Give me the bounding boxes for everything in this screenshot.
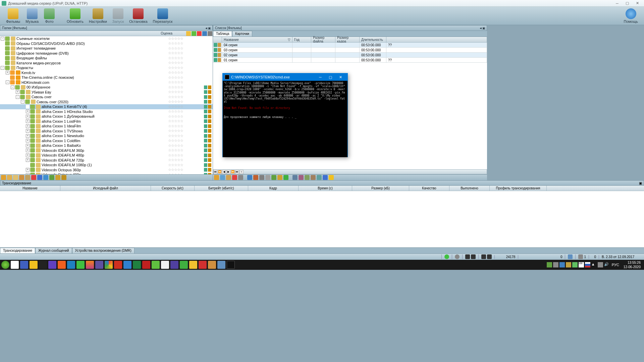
task-icon[interactable]: [67, 261, 75, 269]
tool-icon[interactable]: [1, 175, 6, 180]
tree-item[interactable]: -Сквозь снег (2020)☆☆☆☆☆: [0, 100, 213, 105]
rating-stars[interactable]: ☆☆☆☆☆: [168, 163, 183, 167]
action-icon[interactable]: [208, 144, 211, 147]
photo-button[interactable]: Фото: [41, 8, 57, 24]
tray-lang[interactable]: РУС: [610, 263, 621, 267]
action-icon[interactable]: [204, 134, 207, 138]
action-icon[interactable]: [204, 154, 207, 157]
task-icon[interactable]: [20, 261, 28, 269]
expand-toggle[interactable]: -: [11, 85, 14, 89]
action-icon[interactable]: [208, 158, 211, 162]
rating-stars[interactable]: ☆☆☆☆☆: [168, 95, 183, 99]
maximize-button[interactable]: ▢: [622, 1, 632, 6]
tree-item[interactable]: The-Cinema.online (С поиском)☆☆☆☆☆: [0, 75, 213, 80]
expand-icon[interactable]: [214, 48, 217, 52]
expand-toggle[interactable]: +: [16, 90, 19, 94]
tool-icon[interactable]: [253, 175, 258, 180]
nav-prev[interactable]: ◀: [222, 170, 226, 174]
tree-item[interactable]: +alloha Сезон 1 Coldfilm☆☆☆☆☆: [0, 138, 213, 143]
expand-toggle[interactable]: [1, 56, 4, 60]
expand-toggle[interactable]: [1, 47, 4, 50]
action-icon[interactable]: [208, 110, 211, 113]
action-icon[interactable]: [208, 100, 211, 104]
tray-network-icon[interactable]: [598, 262, 603, 267]
expand-toggle[interactable]: +: [26, 158, 30, 162]
trans-col[interactable]: Скорость (к/с): [151, 186, 195, 191]
rating-stars[interactable]: ☆☆☆☆☆: [168, 51, 183, 55]
tool-icon[interactable]: [49, 175, 54, 180]
trans-col[interactable]: Кадр: [248, 186, 299, 191]
trans-col[interactable]: Профиль транскодирования: [490, 186, 547, 191]
action-icon[interactable]: [204, 119, 207, 123]
col-year[interactable]: Год: [292, 37, 311, 42]
stop-button[interactable]: Остановка: [126, 8, 150, 24]
task-icon[interactable]: [161, 261, 169, 269]
action-icon[interactable]: [208, 85, 211, 89]
tree-item[interactable]: +Videocdn IDEAFILM 720p☆☆☆☆☆: [0, 158, 213, 163]
action-icon[interactable]: [208, 124, 211, 128]
action-icon[interactable]: [204, 139, 207, 142]
tool-icon[interactable]: [238, 175, 243, 180]
tool-icon[interactable]: [220, 175, 225, 180]
action-icon[interactable]: [204, 173, 207, 174]
col-extra[interactable]: [386, 37, 487, 42]
expand-toggle[interactable]: +: [26, 148, 30, 152]
action-icon[interactable]: [204, 158, 207, 162]
collapse-icon[interactable]: ◄ ▣: [479, 26, 485, 30]
header-icon[interactable]: [186, 31, 191, 36]
task-icon[interactable]: [152, 261, 160, 269]
task-icon[interactable]: [114, 261, 122, 269]
tray-icon[interactable]: [572, 262, 578, 267]
rating-stars[interactable]: ☆☆☆☆☆: [168, 75, 183, 80]
rating-stars[interactable]: ☆☆☆☆☆: [168, 105, 183, 109]
expand-toggle[interactable]: +: [6, 71, 9, 74]
taskbar-clock[interactable]: 13:55:2612-06-2020: [622, 260, 643, 269]
action-icon[interactable]: [204, 163, 207, 167]
tree-item[interactable]: +alloha Сезон 1 TVShows☆☆☆☆☆: [0, 129, 213, 134]
start-button[interactable]: [1, 261, 9, 269]
rating-stars[interactable]: ☆☆☆☆☆: [168, 70, 183, 75]
rating-stars[interactable]: ☆☆☆☆☆: [168, 134, 183, 138]
tray-flag-icon[interactable]: [585, 262, 590, 267]
rating-stars[interactable]: ☆☆☆☆☆: [168, 109, 183, 114]
tray-icon[interactable]: [547, 262, 552, 267]
task-icon[interactable]: [95, 261, 103, 269]
expand-icon[interactable]: [214, 43, 217, 47]
tool-icon[interactable]: [43, 175, 48, 180]
expand-toggle[interactable]: [26, 163, 30, 167]
tree-item[interactable]: +alloha Сезон 1 LostFilm☆☆☆☆☆: [0, 119, 213, 124]
action-icon[interactable]: [204, 85, 207, 89]
rating-stars[interactable]: ☆☆☆☆☆: [168, 138, 183, 143]
action-icon[interactable]: [204, 115, 207, 118]
cmd-close[interactable]: ✕: [335, 74, 345, 80]
cmd-output[interactable]: "C:\Program Files (x86)\Home Media Serve…: [223, 81, 347, 157]
task-icon[interactable]: [11, 261, 19, 269]
edge-icon[interactable]: [123, 261, 131, 269]
action-icon[interactable]: [204, 168, 207, 172]
tree-item[interactable]: Образы CD/SACD/DVD/DVD-A/BD (ISO)☆☆☆☆☆: [0, 41, 213, 46]
refresh-button[interactable]: Обновить: [64, 8, 86, 24]
nav-scroll[interactable]: <: [239, 170, 244, 174]
action-icon[interactable]: [208, 134, 211, 138]
task-icon[interactable]: [48, 261, 56, 269]
action-icon[interactable]: [208, 173, 211, 174]
rating-stars[interactable]: ☆☆☆☆☆: [168, 114, 183, 119]
nav-next[interactable]: ▶: [226, 170, 230, 174]
tray-icon[interactable]: [553, 262, 558, 267]
task-icon[interactable]: [39, 261, 47, 269]
tool-icon[interactable]: [277, 175, 282, 180]
tool-icon[interactable]: [247, 175, 252, 180]
rating-stars[interactable]: ☆☆☆☆☆: [168, 173, 183, 174]
action-icon[interactable]: [208, 105, 211, 109]
tray-icon[interactable]: [559, 262, 565, 267]
expand-toggle[interactable]: -: [16, 95, 19, 99]
task-icon[interactable]: [189, 261, 197, 269]
rating-stars[interactable]: ☆☆☆☆☆: [168, 56, 183, 60]
tool-icon[interactable]: [259, 175, 264, 180]
tool-icon[interactable]: [323, 175, 328, 180]
expand-toggle[interactable]: -: [21, 100, 24, 104]
expand-toggle[interactable]: +: [26, 139, 30, 142]
action-icon[interactable]: [208, 90, 211, 94]
action-icon[interactable]: [204, 105, 207, 109]
tree-item[interactable]: alloha Сезон 1 KerobTV (4)☆☆☆☆☆: [0, 104, 213, 109]
